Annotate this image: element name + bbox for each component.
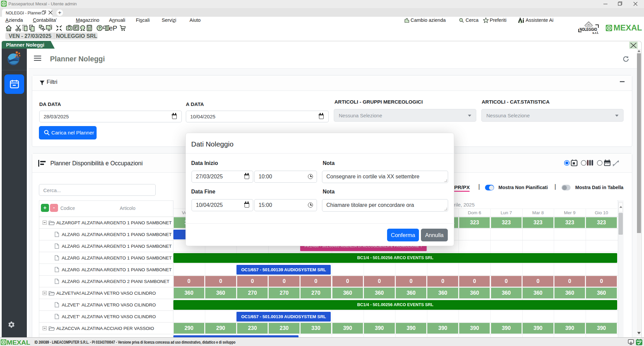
svg-text:MEXAL: MEXAL [7,339,30,345]
svg-text:?: ? [98,26,101,31]
svg-text:ID 269389 - LINEACOMPUTER S.R.: ID 269389 - LINEACOMPUTER S.R.L. - PI 03… [35,340,235,345]
svg-text:eP: eP [109,25,117,32]
svg-text:s.r.l.: s.r.l. [592,31,599,34]
svg-text:MEXAL: MEXAL [613,25,642,32]
